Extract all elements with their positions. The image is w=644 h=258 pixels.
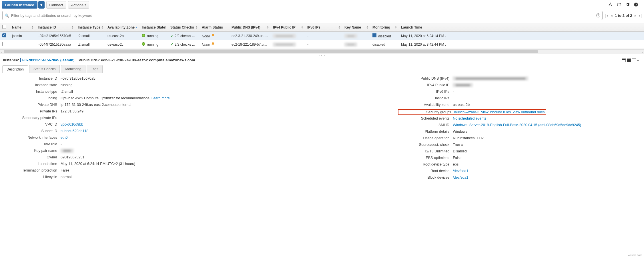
select-all-header[interactable] bbox=[0, 23, 10, 32]
page-prev-icon[interactable]: ◂ bbox=[611, 13, 613, 18]
lbl-launch-time: Launch time bbox=[6, 162, 57, 166]
alarm-bell-icon[interactable] bbox=[211, 42, 215, 46]
val-scheduled-events[interactable]: No scheduled events bbox=[453, 116, 486, 120]
tab-status-checks[interactable]: Status Checks bbox=[29, 65, 60, 73]
col-ipv6[interactable]: IPv6 IPs▲▼ bbox=[305, 23, 342, 32]
val-security-group-name[interactable]: launch-wizard-3 bbox=[454, 110, 479, 114]
val-owner: 690190675251 bbox=[61, 155, 84, 159]
cell-alarm-status: None bbox=[200, 40, 229, 49]
col-instance-type[interactable]: Instance Type▲▼ bbox=[75, 23, 105, 32]
val-private-dns: ip-172-31-30-249.us-east-2.compute.inter… bbox=[61, 103, 131, 107]
instances-table-wrap: Name▲▼ Instance ID▲▼ Instance Type▲▼ Ava… bbox=[0, 23, 644, 54]
cell-instance-state: running bbox=[139, 32, 168, 40]
table-row[interactable]: jasmini-07df312d5e15670a5t2.smallus-east… bbox=[0, 32, 644, 40]
learn-more-link[interactable]: Learn more bbox=[151, 96, 170, 100]
cell-name: jasmin bbox=[10, 32, 35, 40]
cell-name bbox=[10, 40, 35, 49]
cell-ipv4: xxxxxxxxxx bbox=[271, 40, 305, 49]
val-source-dest-check: True⧉ bbox=[453, 143, 463, 147]
val-root-device[interactable]: /dev/sda1 bbox=[453, 169, 468, 173]
val-subnet-id[interactable]: subnet-629eb118 bbox=[61, 129, 88, 133]
page-first-icon[interactable]: |◂ bbox=[605, 13, 608, 18]
page-next-icon[interactable]: ▸ bbox=[635, 13, 637, 18]
col-instance-state[interactable]: Instance State▲▼ bbox=[139, 23, 168, 32]
lbl-platform-details: Platform details bbox=[398, 130, 449, 134]
table-row[interactable]: i-0544f72515190eaaat2.smallus-east-2crun… bbox=[0, 40, 644, 49]
lbl-public-dns-ipv4: Public DNS (IPv4) bbox=[398, 76, 449, 80]
lbl-iam-role: IAM role bbox=[6, 142, 57, 146]
layout-2-icon[interactable] bbox=[627, 59, 631, 62]
val-ami-id[interactable]: Windows_Server-2019-English-Full-Base-20… bbox=[453, 123, 581, 127]
connect-button[interactable]: Connect bbox=[46, 1, 66, 9]
row-checkbox[interactable] bbox=[2, 42, 6, 46]
col-alarm-status[interactable]: Alarm Status bbox=[200, 23, 229, 32]
col-availability-zone[interactable]: Availability Zone▲ bbox=[105, 23, 139, 32]
instances-table: Name▲▼ Instance ID▲▼ Instance Type▲▼ Ava… bbox=[0, 23, 644, 49]
col-launch-time[interactable]: Launch Time bbox=[399, 23, 644, 32]
actions-button[interactable]: Actions▾ bbox=[68, 1, 89, 9]
cell-ipv6: - bbox=[305, 40, 342, 49]
refresh-icon[interactable] bbox=[617, 2, 621, 8]
filter-help-icon[interactable]: ? bbox=[596, 13, 600, 17]
gear-icon[interactable] bbox=[625, 2, 630, 8]
check-pass-icon: ✔ bbox=[170, 34, 174, 38]
tab-monitoring[interactable]: Monitoring bbox=[61, 65, 85, 73]
copy-icon[interactable]: ⧉ bbox=[461, 143, 463, 146]
cell-launch-time: May 11, 2020 at 6:24:14 PM . bbox=[399, 32, 644, 40]
chevron-up-icon[interactable]: ^ bbox=[637, 59, 641, 62]
val-key-pair-name: xxxx bbox=[61, 149, 73, 153]
scroll-right-icon[interactable]: ▸ bbox=[642, 50, 643, 53]
description-panel: Instance IDi-07df312d5e15670a5 Instance … bbox=[0, 73, 644, 186]
page-last-icon[interactable]: ▸| bbox=[639, 13, 642, 18]
lbl-root-device: Root device bbox=[398, 169, 449, 173]
val-block-devices[interactable]: /dev/sda1 bbox=[453, 176, 468, 180]
val-vpc-id[interactable]: vpc-d010d9bb bbox=[61, 122, 83, 126]
panel-layout-icons: ^ bbox=[622, 59, 641, 62]
launch-instance-button[interactable]: Launch Instance bbox=[2, 1, 37, 9]
val-launch-time: May 11, 2020 at 6:24:14 PM UTC+2 (31 hou… bbox=[61, 162, 135, 166]
lbl-key-pair-name: Key pair name bbox=[6, 149, 57, 153]
tab-description[interactable]: Description bbox=[2, 65, 28, 73]
search-icon: 🔍 bbox=[5, 13, 9, 18]
cell-instance-state: running bbox=[139, 40, 168, 49]
col-monitoring[interactable]: Monitoring▲▼ bbox=[370, 23, 399, 32]
layout-1-icon[interactable] bbox=[622, 59, 626, 62]
description-left-column: Instance IDi-07df312d5e15670a5 Instance … bbox=[6, 76, 170, 181]
instance-id-title[interactable]: i-07df312d5e15670a5 (jasmin) bbox=[20, 58, 75, 62]
col-instance-id[interactable]: Instance ID▲▼ bbox=[35, 23, 75, 32]
tab-tags[interactable]: Tags bbox=[87, 65, 102, 73]
help-icon[interactable]: ? bbox=[634, 2, 638, 8]
panel-splitter[interactable]: • • • bbox=[0, 54, 644, 56]
link-view-outbound-rules[interactable]: view outbound rules bbox=[513, 110, 545, 114]
col-name[interactable]: Name▲▼ bbox=[10, 23, 35, 32]
lbl-security-groups: Security groups bbox=[400, 110, 451, 114]
launch-instance-dropdown[interactable]: ▼ bbox=[38, 1, 45, 9]
col-public-dns[interactable]: Public DNS (IPv4)▲▼ bbox=[229, 23, 271, 32]
col-ipv4[interactable]: IPv4 Public IP▲▼ bbox=[271, 23, 305, 32]
row-checkbox[interactable] bbox=[2, 33, 6, 37]
caret-down-icon: ▼ bbox=[39, 3, 43, 7]
lbl-instance-type: Instance type bbox=[6, 90, 57, 94]
col-key-name[interactable]: Key Name▲▼ bbox=[342, 23, 370, 32]
lbl-elastic-ips: Elastic IPs bbox=[398, 96, 449, 100]
link-view-inbound-rules[interactable]: view inbound rules bbox=[481, 110, 511, 114]
scroll-left-icon[interactable]: ◂ bbox=[1, 50, 2, 53]
lbl-ami-id: AMI ID bbox=[398, 123, 449, 127]
lbl-usage-operation: Usage operation bbox=[398, 136, 449, 140]
lbl-availability-zone: Availability zone bbox=[398, 103, 449, 107]
cell-public-dns: ec2-18-221-189-57.us-... bbox=[229, 40, 271, 49]
science-icon[interactable] bbox=[608, 2, 613, 8]
lbl-block-devices: Block devices bbox=[398, 176, 449, 180]
scrollbar-thumb[interactable] bbox=[4, 50, 538, 53]
cell-instance-id: i-07df312d5e15670a5 bbox=[35, 32, 75, 40]
col-status-checks[interactable]: Status Checks▲▼ bbox=[168, 23, 200, 32]
layout-3-icon[interactable] bbox=[632, 59, 636, 62]
filter-input[interactable] bbox=[2, 11, 603, 20]
val-instance-id: i-07df312d5e15670a5 bbox=[61, 76, 95, 80]
val-network-interfaces[interactable]: eth0 bbox=[61, 136, 67, 140]
state-running-icon bbox=[142, 34, 145, 37]
select-all-checkbox[interactable] bbox=[2, 25, 6, 29]
val-finding: Opt-in to AWS Compute Optimizer for reco… bbox=[61, 96, 170, 100]
horizontal-scrollbar[interactable]: ◂ ▸ bbox=[0, 49, 644, 54]
alarm-bell-icon[interactable] bbox=[211, 33, 215, 37]
